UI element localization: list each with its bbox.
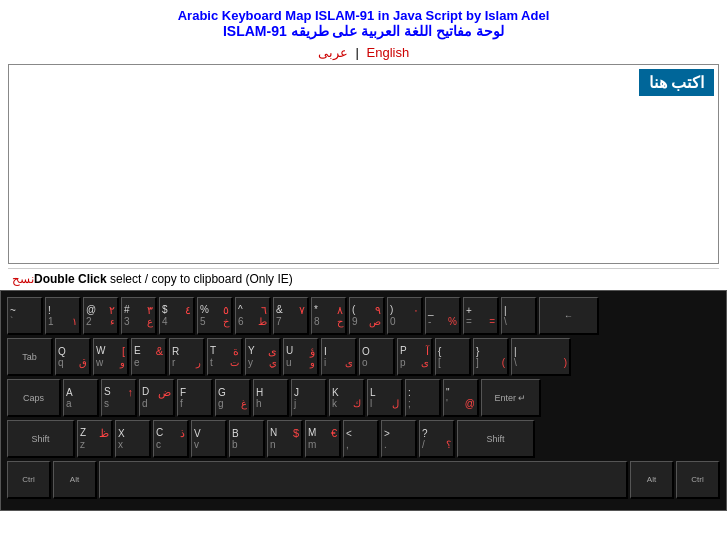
key-c[interactable]: Cذ c — [153, 420, 189, 458]
keyboard-row-numbers: ~ ` ! 1١ @٢ 2ء #٣ 3ع $٤ 4 %٥ 5خ ^٦ 6ط &٧ — [7, 297, 720, 335]
keyboard: ~ ` ! 1١ @٢ 2ء #٣ 3ع $٤ 4 %٥ 5خ ^٦ 6ط &٧ — [0, 290, 727, 511]
language-switcher: عربى | English — [0, 45, 727, 60]
page-header: Arabic Keyboard Map ISLAM-91 in Java Scr… — [0, 0, 727, 60]
key-slash[interactable]: ? /؟ — [419, 420, 455, 458]
key-g[interactable]: G gغ — [215, 379, 251, 417]
key-alt-right[interactable]: Alt — [630, 461, 674, 499]
key-v[interactable]: V v — [191, 420, 227, 458]
backspace-key[interactable]: ← — [539, 297, 599, 335]
key-l[interactable]: L lل — [367, 379, 403, 417]
arabic-lang-link[interactable]: عربى — [318, 45, 348, 60]
key-n[interactable]: N$ n — [267, 420, 303, 458]
key-e[interactable]: E& e — [131, 338, 167, 376]
key-4[interactable]: $٤ 4 — [159, 297, 195, 335]
double-click-label: Double Click — [34, 272, 107, 286]
key-1[interactable]: ! 1١ — [45, 297, 81, 335]
key-comma[interactable]: < , — [343, 420, 379, 458]
key-ctrl-left[interactable]: Ctrl — [7, 461, 51, 499]
key-m[interactable]: M€ m — [305, 420, 341, 458]
key-y[interactable]: Yى yي — [245, 338, 281, 376]
caps-lock-key[interactable]: Caps — [7, 379, 61, 417]
key-ctrl-right[interactable]: Ctrl — [676, 461, 720, 499]
key-3[interactable]: #٣ 3ع — [121, 297, 157, 335]
shift-right-key[interactable]: Shift — [457, 420, 535, 458]
key-bracket-right[interactable]: } ]( — [473, 338, 509, 376]
space-key[interactable] — [99, 461, 628, 499]
key-r[interactable]: R rر — [169, 338, 205, 376]
english-lang-link[interactable]: English — [367, 45, 410, 60]
key-f[interactable]: F f — [177, 379, 213, 417]
arabic-input-textarea[interactable] — [9, 65, 718, 263]
key-x[interactable]: X x — [115, 420, 151, 458]
key-bracket-left[interactable]: { [ — [435, 338, 471, 376]
enter-key[interactable]: | \) — [511, 338, 571, 376]
key-p[interactable]: Pآ pى — [397, 338, 433, 376]
key-w[interactable]: W[ wو — [93, 338, 129, 376]
key-h[interactable]: H h — [253, 379, 289, 417]
key-i[interactable]: I iى — [321, 338, 357, 376]
keyboard-row-qwerty: Tab Q qق W[ wو E& e R rر Tة tت Yى yي Uؤ … — [7, 338, 720, 376]
key-t[interactable]: Tة tت — [207, 338, 243, 376]
key-2[interactable]: @٢ 2ء — [83, 297, 119, 335]
enter-key-2[interactable]: Enter ↵ — [481, 379, 541, 417]
key-equals[interactable]: + == — [463, 297, 499, 335]
key-o[interactable]: O o — [359, 338, 395, 376]
key-b[interactable]: B b — [229, 420, 265, 458]
key-k[interactable]: K kك — [329, 379, 365, 417]
key-s[interactable]: S↑ s — [101, 379, 137, 417]
key-z[interactable]: Zظ z — [77, 420, 113, 458]
key-0[interactable]: )٠ 0 — [387, 297, 423, 335]
tab-key[interactable]: Tab — [7, 338, 53, 376]
title-english: Arabic Keyboard Map ISLAM-91 in Java Scr… — [0, 8, 727, 23]
keyboard-row-space: Ctrl Alt Alt Ctrl — [7, 461, 720, 499]
key-alt-left[interactable]: Alt — [53, 461, 97, 499]
shift-left-key[interactable]: Shift — [7, 420, 75, 458]
key-minus[interactable]: _ -% — [425, 297, 461, 335]
key-quote[interactable]: " '@ — [443, 379, 479, 417]
write-here-button[interactable]: اكتب هنا — [639, 69, 714, 96]
key-j[interactable]: J j — [291, 379, 327, 417]
copy-instruction-text: select / copy to clipboard (Only IE) — [110, 272, 293, 286]
key-5[interactable]: %٥ 5خ — [197, 297, 233, 335]
key-semicolon[interactable]: : ; — [405, 379, 441, 417]
key-a[interactable]: A a — [63, 379, 99, 417]
key-q[interactable]: Q qق — [55, 338, 91, 376]
key-6[interactable]: ^٦ 6ط — [235, 297, 271, 335]
key-period[interactable]: > . — [381, 420, 417, 458]
key-d[interactable]: Dض d — [139, 379, 175, 417]
key-backslash-top[interactable]: | \ — [501, 297, 537, 335]
keyboard-row-zxcv: Shift Zظ z X x Cذ c V v B b N$ n M€ m — [7, 420, 720, 458]
copy-label-arabic: نسح — [12, 272, 34, 286]
key-8[interactable]: *٨ 8ح — [311, 297, 347, 335]
key-backtick[interactable]: ~ ` — [7, 297, 43, 335]
title-arabic: لوحة مفاتيح اللغة العربية على طريقه ISLA… — [0, 23, 727, 39]
keyboard-row-asdf: Caps A a S↑ s Dض d F f G gغ H h J j — [7, 379, 720, 417]
copy-section: نسح Double Click select / copy to clipbo… — [8, 268, 719, 286]
key-9[interactable]: (٩ 9ص — [349, 297, 385, 335]
key-u[interactable]: Uؤ uو — [283, 338, 319, 376]
text-area-container: اكتب هنا — [8, 64, 719, 264]
lang-separator: | — [355, 45, 358, 60]
key-7[interactable]: &٧ 7 — [273, 297, 309, 335]
